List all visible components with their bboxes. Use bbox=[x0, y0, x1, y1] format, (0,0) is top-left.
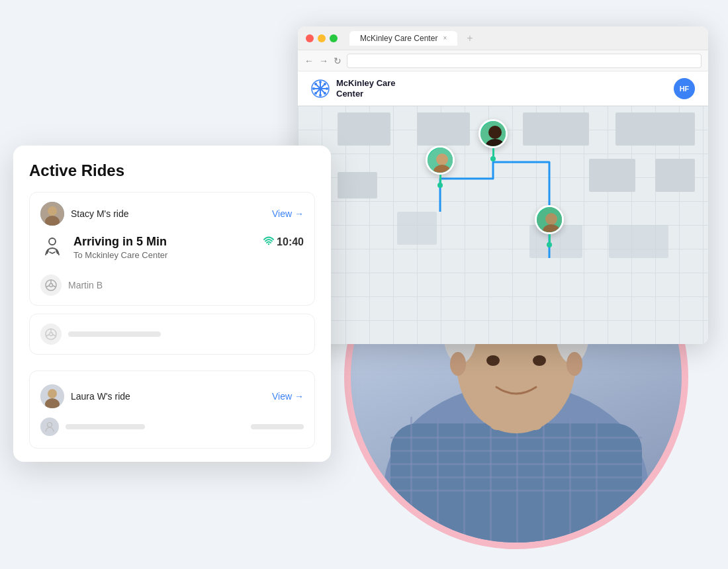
laura-person-icon bbox=[40, 417, 59, 436]
svg-rect-14 bbox=[596, 417, 598, 543]
app-logo: McKinley Care Center bbox=[311, 78, 396, 99]
app-header: McKinley Care Center HF bbox=[298, 71, 708, 106]
svg-point-29 bbox=[319, 81, 322, 83]
svg-rect-10 bbox=[490, 417, 492, 543]
logo-text-line2: Center bbox=[336, 89, 396, 99]
url-bar[interactable] bbox=[347, 54, 702, 68]
loading-bar-2 bbox=[66, 424, 145, 429]
svg-rect-13 bbox=[569, 417, 571, 543]
forward-button[interactable]: → bbox=[319, 56, 328, 66]
logo-text-line1: McKinley Care bbox=[336, 78, 396, 89]
stacy-card-header: Stacy M's ride View → bbox=[30, 193, 314, 232]
driver-row: Martin B bbox=[30, 269, 314, 305]
svg-point-38 bbox=[436, 153, 448, 165]
new-tab-button[interactable]: + bbox=[467, 32, 473, 44]
logo-icon bbox=[311, 79, 330, 98]
svg-point-30 bbox=[319, 94, 322, 97]
pin-face-1 bbox=[428, 148, 455, 175]
user-avatar[interactable]: HF bbox=[674, 78, 695, 99]
arriving-destination: To Mckinley Care Center bbox=[73, 250, 304, 260]
back-button[interactable]: ← bbox=[304, 56, 314, 66]
secondary-card-row bbox=[40, 324, 304, 345]
svg-rect-9 bbox=[463, 417, 465, 543]
svg-rect-8 bbox=[437, 417, 439, 543]
map-pin-3 bbox=[535, 205, 564, 247]
pin-face-3 bbox=[537, 207, 564, 234]
map-area bbox=[298, 106, 708, 344]
svg-rect-12 bbox=[543, 417, 545, 543]
arriving-section: Arriving in 5 Min 10:40 T bbox=[30, 232, 314, 269]
svg-line-53 bbox=[46, 286, 50, 288]
laura-row: Laura W's ride View → bbox=[40, 380, 304, 415]
svg-line-54 bbox=[53, 286, 56, 288]
loading-bar-sm-2 bbox=[251, 424, 304, 429]
laura-ride-card: Laura W's ride View → bbox=[29, 371, 315, 449]
pin-face-2 bbox=[480, 121, 508, 148]
steering-wheel-icon bbox=[40, 275, 62, 296]
svg-point-47 bbox=[48, 206, 57, 216]
svg-rect-7 bbox=[410, 417, 412, 543]
traffic-light-yellow[interactable] bbox=[318, 34, 326, 42]
browser-window: McKinley Care Center × + ← → ↻ bbox=[298, 26, 708, 344]
refresh-button[interactable]: ↻ bbox=[334, 56, 341, 66]
svg-point-41 bbox=[488, 126, 502, 139]
laura-view-link[interactable]: View → bbox=[272, 391, 304, 402]
active-rides-panel: Active Rides Stacy M's ride View → bbox=[13, 146, 331, 462]
laura-avatar bbox=[40, 384, 64, 408]
svg-point-36 bbox=[324, 92, 326, 95]
tab-label: McKinley Care Center bbox=[360, 34, 437, 43]
laura-left: Laura W's ride bbox=[40, 384, 130, 408]
svg-point-31 bbox=[312, 87, 315, 90]
pin-dot bbox=[437, 183, 443, 188]
svg-point-49 bbox=[49, 238, 56, 245]
secondary-card bbox=[29, 314, 315, 355]
stacy-ride-card: Stacy M's ride View → Arriving in 5 Min bbox=[29, 192, 315, 306]
svg-point-51 bbox=[50, 284, 53, 287]
browser-titlebar: McKinley Care Center × + bbox=[298, 26, 708, 50]
stacy-name: Stacy M's ride bbox=[71, 208, 128, 219]
svg-rect-11 bbox=[516, 417, 518, 543]
pin-dot bbox=[490, 156, 496, 161]
panel-title: Active Rides bbox=[29, 161, 315, 180]
svg-point-22 bbox=[450, 352, 466, 376]
svg-point-23 bbox=[567, 352, 582, 376]
svg-line-59 bbox=[53, 335, 56, 337]
stacy-rider-info: Stacy M's ride bbox=[40, 202, 128, 226]
driver-name: Martin B bbox=[68, 280, 103, 290]
arriving-title: Arriving in 5 Min bbox=[73, 235, 167, 249]
signal-icon bbox=[263, 236, 274, 247]
pin-tail bbox=[492, 148, 494, 156]
arriving-header-row: Arriving in 5 Min 10:40 bbox=[73, 235, 304, 249]
svg-point-20 bbox=[486, 355, 500, 366]
map-pin-2 bbox=[478, 119, 508, 161]
secondary-steering-icon bbox=[40, 324, 62, 345]
arriving-time: 10:40 bbox=[263, 236, 304, 248]
laura-bottom-row bbox=[40, 415, 304, 439]
svg-point-63 bbox=[48, 423, 52, 427]
svg-line-58 bbox=[46, 335, 50, 337]
pin-tail bbox=[439, 175, 441, 183]
svg-point-32 bbox=[326, 87, 328, 90]
loading-bar-1 bbox=[68, 331, 161, 337]
stacy-avatar bbox=[40, 202, 64, 226]
map-pin-1 bbox=[426, 146, 455, 188]
laura-name: Laura W's ride bbox=[71, 391, 130, 402]
browser-toolbar: ← → ↻ bbox=[298, 50, 708, 71]
svg-point-61 bbox=[48, 389, 57, 398]
svg-point-44 bbox=[545, 213, 557, 225]
traffic-light-green[interactable] bbox=[330, 34, 338, 42]
svg-point-21 bbox=[533, 355, 546, 366]
spacer bbox=[29, 355, 315, 365]
browser-tab[interactable]: McKinley Care Center × bbox=[349, 31, 457, 46]
traffic-light-red[interactable] bbox=[306, 34, 314, 42]
svg-point-34 bbox=[324, 83, 326, 85]
person-arrive-icon bbox=[40, 235, 64, 259]
pin-tail bbox=[549, 234, 551, 242]
svg-point-33 bbox=[314, 83, 317, 85]
time-value: 10:40 bbox=[277, 236, 304, 248]
stacy-view-link[interactable]: View → bbox=[272, 208, 304, 219]
pin-dot bbox=[547, 242, 552, 247]
arriving-content: Arriving in 5 Min 10:40 T bbox=[73, 235, 304, 260]
tab-close-button[interactable]: × bbox=[443, 34, 447, 42]
svg-point-56 bbox=[50, 333, 53, 336]
